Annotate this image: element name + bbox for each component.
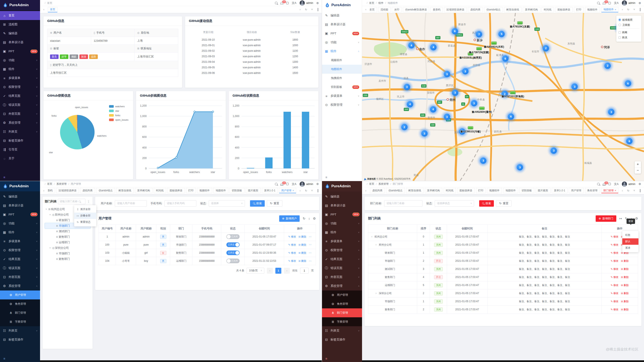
- page-tab[interactable]: 树形连接线: [116, 188, 134, 193]
- sidebar-item[interactable]: ≡ 多级菜单 ˅: [0, 74, 40, 83]
- page-tab[interactable]: 地图组件 ×: [601, 7, 618, 12]
- map-cluster-marker[interactable]: 4: [408, 42, 415, 48]
- page-tab[interactable]: 地图组件: [214, 188, 228, 193]
- current-page[interactable]: 1: [275, 268, 281, 274]
- prev-page-button[interactable]: ‹: [267, 268, 273, 274]
- edit-link[interactable]: ✎修改: [611, 284, 618, 287]
- more-actions-link[interactable]: ⋯: [309, 259, 311, 262]
- sidebar-item[interactable]: ⊙ 权限管理 ˅: [0, 246, 40, 255]
- more-actions-link[interactable]: ⋯: [309, 235, 311, 238]
- map-cluster-marker[interactable]: 2: [604, 62, 611, 69]
- status-toggle[interactable]: 已关闭: [226, 234, 240, 239]
- layer-roadnet-option[interactable]: 路网: [618, 30, 639, 35]
- legend-item[interactable]: watchers: [109, 105, 128, 108]
- sidebar-item[interactable]: 地图组件: [322, 65, 362, 74]
- sidebar-item[interactable]: ⚙ 系统管理 ˅: [0, 118, 40, 127]
- search-button[interactable]: 搜索: [479, 200, 494, 207]
- notification-bell-icon[interactable]: 13: [281, 2, 283, 4]
- sidebar-item[interactable]: ▦ 组件 ˄: [322, 47, 362, 56]
- content-fullscreen-icon[interactable]: [638, 189, 642, 192]
- sidebar-item[interactable]: ▤ 表单设计器: [322, 20, 362, 29]
- tab-close-icon[interactable]: ×: [615, 189, 616, 192]
- edit-link[interactable]: ✎修改: [611, 235, 618, 239]
- sidebar-item[interactable]: ≣ 字典管理: [322, 317, 362, 326]
- breadcrumb-item[interactable]: 首页: [43, 182, 52, 186]
- layer-standard-option[interactable]: 标准图层: [618, 17, 639, 22]
- sidebar-item[interactable]: ⚙ 系统管理 ˄: [0, 282, 40, 291]
- page-tab[interactable]: 用户管理 ×: [279, 188, 296, 193]
- map-cluster-marker[interactable]: 6: [626, 138, 632, 144]
- amap-canvas[interactable]: 辉县市凤泉区新乡获嘉县焦作博爱县延津县武陟县沁阳市济源市原阳县温县孟州市惠济区荥…: [362, 13, 644, 181]
- fullscreen-icon[interactable]: [608, 183, 611, 185]
- density-option[interactable]: 松散: [622, 232, 638, 238]
- sidebar-item[interactable]: ✎ 编辑器: [0, 29, 40, 38]
- sidebar-item[interactable]: ⊟ 标签页操作: [322, 335, 362, 344]
- sidebar-item[interactable]: ✓ 结果页面 ˅: [0, 255, 40, 264]
- legend-item[interactable]: star: [109, 110, 128, 112]
- map-cluster-marker[interactable]: 3: [404, 84, 410, 90]
- dept-tree-node[interactable]: ⋔ 测试部门: [45, 229, 90, 234]
- more-actions-link[interactable]: ⋯: [309, 243, 311, 246]
- sidebar-item[interactable]: ⓘ 错误页面 ˅: [0, 100, 40, 109]
- breadcrumb-item[interactable]: 部门管理: [389, 182, 403, 186]
- page-tab[interactable]: 切割面板: [520, 188, 534, 193]
- notification-bell-icon[interactable]: 13: [281, 183, 283, 185]
- page-tab[interactable]: 视频组件: [585, 7, 600, 12]
- page-tab[interactable]: 虚拟列表: [370, 188, 385, 193]
- sidebar-item[interactable]: ▤ 表单设计器: [0, 38, 40, 47]
- breadcrumb-item[interactable]: 用户管理: [67, 182, 81, 186]
- translate-icon[interactable]: 文A: [614, 182, 619, 186]
- status-select[interactable]: 请选择状态˅: [435, 200, 474, 207]
- page-tab[interactable]: 仿antdv锚点: [386, 188, 405, 193]
- sidebar-item[interactable]: ⊚ 角色管理: [322, 300, 362, 308]
- sidebar-item[interactable]: 视频组件: [322, 56, 362, 65]
- delete-link[interactable]: ⊟删除: [621, 284, 629, 287]
- goto-page-input[interactable]: 1: [300, 268, 308, 274]
- dropdown-item[interactable]: ↦ 折叠全部: [74, 213, 96, 219]
- collapse-sidebar-icon[interactable]: ≡: [322, 174, 362, 181]
- row-caret-icon[interactable]: ˅: [376, 292, 378, 295]
- page-tab[interactable]: 切割面板: [230, 188, 244, 193]
- map-cluster-marker[interactable]: 3: [471, 100, 477, 106]
- status-toggle[interactable]: 已开启: [226, 242, 240, 247]
- map-cluster-marker[interactable]: 2: [543, 45, 549, 51]
- delete-link[interactable]: ⊟删除: [621, 275, 629, 279]
- sidebar-item[interactable]: ⓘ 错误页面 ˅: [0, 264, 40, 273]
- page-tab[interactable]: 地图组件: [503, 188, 518, 193]
- sidebar-item[interactable]: ≡ 多级菜单 ˅: [322, 237, 362, 246]
- page-tab[interactable]: 菜单树结构: [523, 7, 540, 12]
- page-tab[interactable]: 区域级联选择器: [56, 188, 79, 193]
- map-cluster-marker[interactable]: 2: [401, 124, 408, 130]
- radio-icon[interactable]: [618, 24, 621, 26]
- radio-selected-icon[interactable]: [618, 18, 621, 21]
- density-icon[interactable]: ↕: [308, 217, 310, 220]
- sidebar-item[interactable]: ▦ 组件 ˅: [322, 228, 362, 237]
- reset-button[interactable]: ↻重置: [496, 200, 512, 207]
- page-tab[interactable]: 树形连接线: [406, 188, 424, 193]
- delete-link[interactable]: ⊟删除: [298, 235, 306, 239]
- avatar[interactable]: [622, 0, 627, 5]
- tab-scroll-right-icon[interactable]: ›: [298, 189, 302, 192]
- density-option[interactable]: 紧凑: [622, 245, 638, 251]
- settings-gear-icon[interactable]: ⚙: [638, 182, 641, 186]
- sidebar-item[interactable]: ⇶ 引导页: [0, 145, 40, 154]
- vehicle-marker[interactable]: 豫A23951G(马敏): [460, 126, 481, 133]
- map-cluster-marker[interactable]: 6: [452, 28, 458, 34]
- tab-scroll-left-icon[interactable]: ‹: [42, 8, 46, 11]
- dept-tree-node[interactable]: ▾ ◎ 深圳分公司: [45, 245, 90, 251]
- map-cluster-marker[interactable]: 3: [608, 109, 614, 115]
- dropdown-item[interactable]: ↻ 重置状态: [74, 219, 96, 225]
- sidebar-item[interactable]: 拖拽组件: [322, 74, 362, 83]
- delete-link[interactable]: ⊟删除: [621, 292, 629, 295]
- dept-name-field[interactable]: 请输入部门名称: [384, 200, 422, 207]
- page-tab[interactable]: 首页: [370, 7, 377, 12]
- map-cluster-marker[interactable]: 6: [502, 55, 508, 62]
- translate-icon[interactable]: 文A: [292, 182, 296, 186]
- tree-caret-icon[interactable]: ▾: [45, 208, 48, 210]
- map-cluster-marker[interactable]: 4: [430, 44, 436, 50]
- breadcrumb-item[interactable]: 首页: [365, 1, 374, 5]
- tab-scroll-left-icon[interactable]: ‹: [364, 8, 368, 11]
- fullscreen-icon[interactable]: [286, 2, 288, 4]
- sidebar-item[interactable]: ⋔ 部门管理: [322, 308, 362, 317]
- page-tab[interactable]: 打印: [476, 188, 486, 193]
